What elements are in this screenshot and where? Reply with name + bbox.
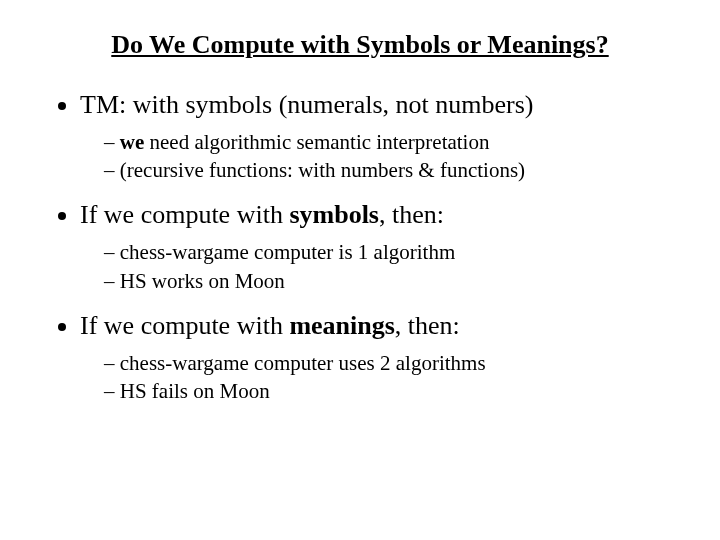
sub-symbols-1: chess-wargame computer is 1 algorithm xyxy=(104,238,670,266)
sub-tm-1: we need algorithmic semantic interpretat… xyxy=(104,128,670,156)
slide-title: Do We Compute with Symbols or Meanings? xyxy=(50,30,670,60)
bullet-meanings-bold: meanings xyxy=(289,311,394,340)
sub-symbols-2: HS works on Moon xyxy=(104,267,670,295)
sub-symbols-2-text: HS works on Moon xyxy=(120,269,285,293)
sublist-symbols: chess-wargame computer is 1 algorithm HS… xyxy=(80,238,670,295)
sub-tm-1-rest: need algorithmic semantic interpretation xyxy=(144,130,489,154)
bullet-symbols-bold: symbols xyxy=(289,200,379,229)
sub-meanings-1-text: chess-wargame computer uses 2 algorithms xyxy=(120,351,486,375)
bullet-meanings-post: , then: xyxy=(395,311,460,340)
sub-tm-2: (recursive functions: with numbers & fun… xyxy=(104,156,670,184)
bullet-meanings: If we compute with meanings, then: chess… xyxy=(80,309,670,405)
sub-tm-2-text: (recursive functions: with numbers & fun… xyxy=(120,158,525,182)
bullet-list: TM: with symbols (numerals, not numbers)… xyxy=(50,88,670,405)
sub-meanings-2-text: HS fails on Moon xyxy=(120,379,270,403)
bullet-symbols-post: , then: xyxy=(379,200,444,229)
sub-symbols-1-text: chess-wargame computer is 1 algorithm xyxy=(120,240,456,264)
sub-tm-1-we: we xyxy=(120,130,145,154)
bullet-meanings-pre: If we compute with xyxy=(80,311,289,340)
bullet-symbols: If we compute with symbols, then: chess-… xyxy=(80,198,670,294)
sub-meanings-1: chess-wargame computer uses 2 algorithms xyxy=(104,349,670,377)
sub-meanings-2: HS fails on Moon xyxy=(104,377,670,405)
bullet-symbols-pre: If we compute with xyxy=(80,200,289,229)
sublist-meanings: chess-wargame computer uses 2 algorithms… xyxy=(80,349,670,406)
bullet-tm-text: TM: with symbols (numerals, not numbers) xyxy=(80,90,534,119)
bullet-tm: TM: with symbols (numerals, not numbers)… xyxy=(80,88,670,184)
sublist-tm: we need algorithmic semantic interpretat… xyxy=(80,128,670,185)
slide: Do We Compute with Symbols or Meanings? … xyxy=(0,0,720,449)
